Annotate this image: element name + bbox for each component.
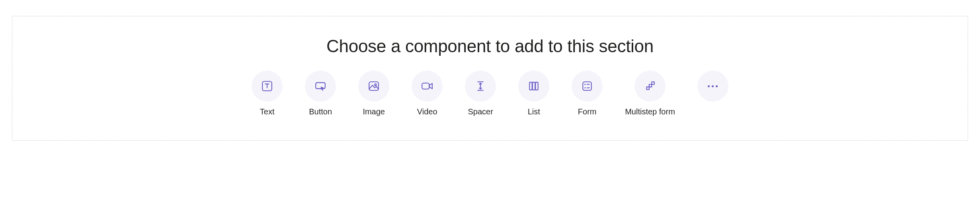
empty-section-placeholder: Choose a component to add to this sectio… — [12, 16, 968, 141]
spacer-icon — [465, 71, 496, 102]
text-icon — [252, 71, 283, 102]
list-icon — [518, 71, 549, 102]
more-components-button[interactable] — [697, 71, 728, 102]
component-label: Video — [417, 107, 437, 116]
component-label: Button — [309, 107, 332, 116]
svg-rect-9 — [533, 82, 535, 90]
multistep-icon — [634, 71, 666, 102]
svg-rect-8 — [529, 82, 532, 90]
section-title: Choose a component to add to this sectio… — [326, 36, 654, 56]
component-label: Form — [578, 107, 597, 116]
component-label: Multistep form — [625, 107, 675, 116]
add-form-component[interactable]: Form — [572, 71, 603, 116]
svg-rect-2 — [369, 82, 379, 90]
add-multistep-form-component[interactable]: Multistep form — [625, 71, 675, 116]
add-image-component[interactable]: Image — [358, 71, 389, 116]
component-picker-row: Text Button Image — [252, 71, 728, 116]
add-list-component[interactable]: List — [518, 71, 549, 116]
component-label: Image — [363, 107, 385, 116]
add-text-component[interactable]: Text — [252, 71, 283, 116]
svg-point-14 — [584, 87, 586, 88]
svg-rect-4 — [422, 83, 429, 89]
add-button-component[interactable]: Button — [305, 71, 336, 116]
more-icon — [697, 71, 728, 102]
form-icon — [572, 71, 603, 102]
component-label: Spacer — [468, 107, 493, 116]
image-icon — [358, 71, 389, 102]
button-icon — [305, 71, 336, 102]
svg-point-12 — [584, 84, 586, 85]
add-video-component[interactable]: Video — [412, 71, 443, 116]
svg-rect-10 — [535, 82, 538, 90]
video-icon — [412, 71, 443, 102]
add-spacer-component[interactable]: Spacer — [465, 71, 496, 116]
component-label: Text — [260, 107, 275, 116]
svg-rect-11 — [583, 82, 591, 90]
svg-point-3 — [375, 84, 376, 86]
component-label: List — [528, 107, 540, 116]
